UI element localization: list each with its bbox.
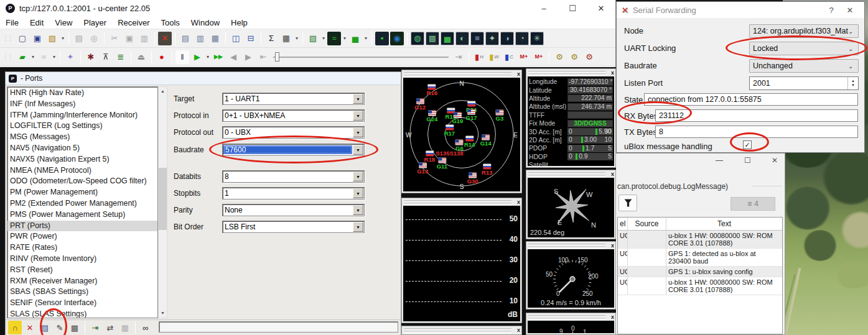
node-combo[interactable]: 124: org.ardupilot.f303_MatekGPS ⌄ <box>749 24 859 38</box>
search-message-icon[interactable]: ▩ <box>68 321 82 334</box>
temp-hot-icon[interactable]: ▮H <box>472 50 486 64</box>
split-vertical-icon[interactable]: ⊟ <box>244 32 258 45</box>
minimize-button[interactable]: – <box>530 4 558 13</box>
log-window-title-bar[interactable]: — ☐ ✕ <box>616 154 785 168</box>
edit-message-icon[interactable]: ✎ <box>53 321 67 334</box>
panel-title-bar[interactable]: x <box>526 242 615 249</box>
package-config-icon[interactable]: ⚙ <box>553 50 566 64</box>
protocol-out-combo[interactable]: 0 - UBX▼ <box>222 126 365 139</box>
hotkeys-icon[interactable]: ⊼ <box>99 50 113 64</box>
listen-port-spinbox[interactable]: 2001 ▲▼ <box>749 76 859 90</box>
maximize-button[interactable]: ☐ <box>744 156 751 165</box>
list-item[interactable]: RINV (Remote Inventory) <box>7 254 157 265</box>
message-rate-icon[interactable]: M+ <box>517 50 531 64</box>
poll-message-icon[interactable]: ⇥ <box>88 321 102 334</box>
help-button[interactable]: ? <box>822 6 841 15</box>
toolbar-drag-handle[interactable]: ⋮⋮ <box>1 53 15 60</box>
paste-icon[interactable]: ▥ <box>138 32 151 45</box>
dropdown-arrow-icon[interactable]: ▼ <box>353 222 363 232</box>
pause-icon[interactable]: ‖ <box>175 50 189 64</box>
baudrate-combo-dialog[interactable]: Unchanged ⌄ <box>749 59 859 73</box>
eject-icon[interactable]: ⏏ <box>134 50 148 64</box>
tx-bytes-value[interactable]: 8 <box>655 126 858 138</box>
table-row[interactable]: UGGPS 1: detected as u-blox at 230400 ba… <box>618 249 782 267</box>
menu-item-window[interactable]: Window <box>185 17 225 29</box>
package-alert-icon[interactable]: ⚙ <box>582 50 596 64</box>
new-binary-view-icon[interactable]: ▥ <box>194 32 207 45</box>
parity-combo[interactable]: None▼ <box>222 204 365 216</box>
new-text-view-icon[interactable]: ▦ <box>208 32 222 45</box>
tuning-icon[interactable]: ≣ <box>114 50 128 64</box>
meter-view-toggle[interactable]: ◑ <box>500 32 514 45</box>
open-file-icon-dropdown[interactable]: ▾ <box>60 35 66 41</box>
panel-title-bar[interactable]: x <box>526 69 615 76</box>
message-conn-icon[interactable]: M+ <box>532 50 546 64</box>
dropdown-arrow-icon[interactable]: ▼ <box>353 94 363 104</box>
bar-chart-icon[interactable]: ▅ <box>348 32 362 45</box>
package-export-icon[interactable]: ⚙ <box>567 50 581 64</box>
slider-thumb[interactable] <box>275 52 279 62</box>
dropdown-arrow-icon[interactable]: ▼ <box>353 127 363 137</box>
databits-combo[interactable]: 8▼ <box>222 170 365 183</box>
close-panel-icon[interactable]: x <box>611 313 614 321</box>
play-icon-dropdown[interactable]: ▾ <box>205 54 211 60</box>
temp-warm-icon[interactable]: ▮W <box>487 50 501 64</box>
connect-icon-dropdown[interactable]: ▾ <box>30 54 36 60</box>
table-row[interactable]: UGu-blox 1 HW: 00080000 SW: ROM CORE 3.0… <box>618 231 782 249</box>
lock-icon[interactable]: ∩ <box>8 321 22 334</box>
scroll-down-icon[interactable]: ▼ <box>159 309 167 318</box>
menu-item-player[interactable]: Player <box>78 17 112 29</box>
connect-icon[interactable]: ▰ <box>16 50 29 64</box>
toolbar-drag-handle[interactable]: ⋮⋮ <box>1 35 15 42</box>
gnss-donut-icon[interactable]: ◉ <box>390 32 404 45</box>
dialog-close-button[interactable]: ✕ <box>841 6 859 15</box>
title-bar[interactable]: P tcp://127.0.0.1:2001 - u-center 22.05 … <box>0 0 615 16</box>
close-panel-icon[interactable]: x <box>517 198 520 206</box>
panel-title-bar[interactable]: x <box>402 326 521 334</box>
ports-title-bar[interactable]: P - Ports <box>6 72 401 85</box>
close-panel-icon[interactable]: x <box>611 242 614 249</box>
new-file-icon[interactable]: ▢ <box>16 32 29 45</box>
autobaud-icon-dropdown[interactable]: ▾ <box>51 54 57 60</box>
close-panel-icon[interactable]: x <box>611 69 614 76</box>
temp-cold-icon[interactable]: ▮C <box>502 50 516 64</box>
copy-icon[interactable]: ▣ <box>123 32 136 45</box>
uart-locking-locked-combo[interactable]: Locked ⌄ <box>749 42 859 55</box>
message-view-icon[interactable]: ▤ <box>38 321 52 334</box>
minimize-button[interactable]: — <box>716 156 723 165</box>
open-file-icon[interactable]: ▧ <box>45 32 59 45</box>
deviation-map-toggle[interactable]: ▩ <box>426 32 439 45</box>
line-chart-icon[interactable]: ≈ <box>327 32 341 45</box>
dropdown-arrow-icon[interactable]: ▼ <box>353 205 363 215</box>
close-panel-icon[interactable]: x <box>517 326 520 334</box>
bar-chart-icon-dropdown[interactable]: ▾ <box>363 35 369 41</box>
menu-item-file[interactable]: File <box>0 17 24 29</box>
menu-item-tools[interactable]: Tools <box>155 17 185 29</box>
protocol-in-combo[interactable]: 0+1 - UBX+NMEA▼ <box>222 109 365 122</box>
dropdown-arrow-icon[interactable]: ▼ <box>353 172 363 181</box>
delete-icon[interactable]: ✕ <box>23 321 37 334</box>
record-icon[interactable]: ● <box>155 50 169 64</box>
bit-order-combo[interactable]: LSB First▼ <box>222 221 365 233</box>
sky-view-toggle[interactable]: ◍ <box>411 32 424 45</box>
menu-item-receiver[interactable]: Receiver <box>112 17 155 29</box>
menu-item-view[interactable]: View <box>49 17 78 29</box>
target-combo[interactable]: 1 - UART1▼ <box>222 93 365 105</box>
panel-title-bar[interactable]: x <box>402 198 521 206</box>
console-view-icon[interactable]: ▪ <box>375 32 389 45</box>
clock-view-toggle[interactable]: ◔ <box>515 32 529 45</box>
list-item[interactable]: PWR (Power) <box>7 231 157 242</box>
new-message-view-icon[interactable]: ▤ <box>179 32 192 45</box>
stopbits-combo[interactable]: 1▼ <box>222 187 365 200</box>
close-view-icon[interactable]: ✕ <box>158 32 172 45</box>
rx-bytes-value[interactable]: 231112 <box>655 109 858 122</box>
table-view-icon-dropdown[interactable]: ▾ <box>294 35 300 41</box>
list-item[interactable]: SBAS (SBAS Settings) <box>7 287 157 298</box>
panel-title-bar[interactable]: x <box>526 313 615 321</box>
close-button[interactable]: ✕ <box>772 156 778 165</box>
play-icon[interactable]: ▶ <box>190 50 204 64</box>
print-icon[interactable]: ▤ <box>72 32 86 45</box>
transfer-message-icon[interactable]: ⇄ <box>103 321 117 334</box>
histogram-view-toggle[interactable]: ▅ <box>441 32 454 45</box>
step-back-icon[interactable]: ◀ <box>226 50 240 64</box>
